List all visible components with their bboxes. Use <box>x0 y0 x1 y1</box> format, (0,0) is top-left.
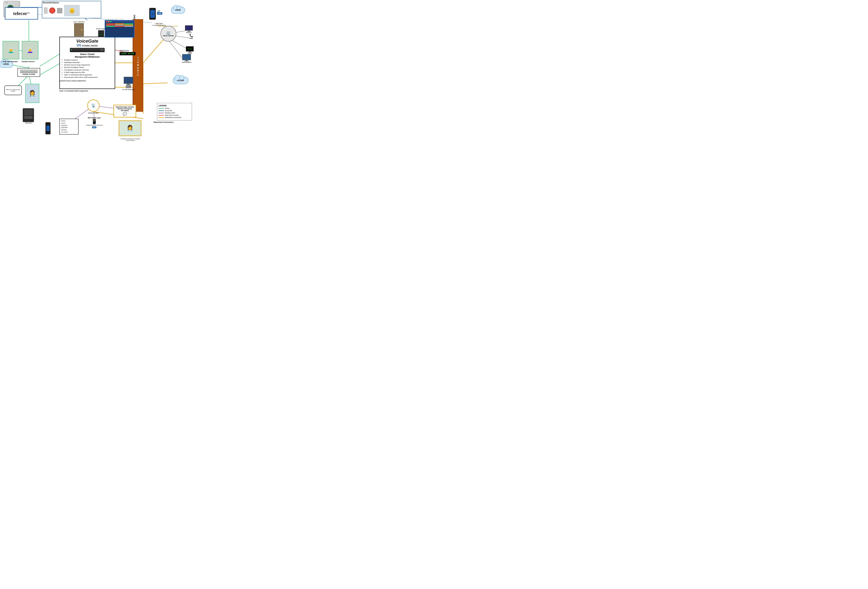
medication-image: 👨‍🦳 <box>3 41 19 59</box>
email-icon: @ <box>157 10 160 13</box>
rapid-icon: 💬 <box>115 112 135 116</box>
management-middleware-title: Management Middleware <box>61 56 113 58</box>
dmz-label: DMZ <box>133 15 136 20</box>
phone-system-label: PHONE SYSTEM <box>20 74 37 75</box>
telecor-tm: ™ <box>27 12 30 15</box>
head-office-label: HEAD OFFICE <box>163 35 174 37</box>
legend-networked-label: Networked Connections <box>165 117 182 118</box>
calls-label: Calls <box>189 37 193 39</box>
legend-title: LEGEND <box>159 105 190 106</box>
networked-connections-label: Networked Connections <box>154 121 173 123</box>
emergency-box: 👩‍💼 <box>119 120 141 136</box>
cloud-shape-top: PSTN <box>171 5 185 15</box>
telecor-logo-box: telecor™ <box>5 7 38 19</box>
administration-section: Administration <box>182 54 192 63</box>
nursecall-person-image: 👴 <box>64 5 80 16</box>
nursecall-label: NurseCall Alarms <box>42 1 101 4</box>
bullet-1: Resident Check-In <box>64 59 113 61</box>
wifi-mobile-label: WiFi Mobile Apps <box>86 117 103 119</box>
desk-phone-icon <box>23 108 34 122</box>
legend-wireless-line <box>159 113 164 113</box>
legend-box: LEGEND Phone NurseCall Wireless/ WIFI Da… <box>157 103 192 120</box>
cloud-right-label: CLOUD <box>177 80 184 81</box>
bullet-2: Medication Reminder <box>64 61 113 64</box>
legend-networked-line <box>159 117 164 118</box>
reports-label: Reports <box>185 32 193 34</box>
pstn-top-label: PSTN <box>176 9 180 11</box>
access-point-section: 📡 ACCESS POINT <box>87 99 99 114</box>
bullet-6: 5 Staff Assignments by Shift <box>64 71 113 74</box>
desk-set-section: Desk Set <box>23 108 34 124</box>
wall-boards-section: Wall Boards CODE BLUE <box>120 50 136 55</box>
resident-label: Resident Check-in <box>22 61 35 62</box>
bullet-7: Static or Scheduled Staff Assignments <box>64 74 113 76</box>
legend-nursecall-label: NurseCall <box>165 110 172 112</box>
alerts-code-blue: CODE BLUE <box>187 48 192 49</box>
nursecall-device-3 <box>57 8 62 13</box>
bullet-5: 5 Escalation Levels per Call Point <box>64 69 113 71</box>
calls-phone-icon: 📞 <box>189 34 193 37</box>
head-office-circle: 🏢 HEAD OFFICE <box>161 26 176 41</box>
bullet-3: Dynamic Drop & Drag Assignments <box>64 64 113 66</box>
bullet-8: Documented Audit Trail for Staff Improve… <box>64 76 113 78</box>
legend-phone-label: Phone <box>165 108 170 109</box>
diagram-container: CALL CANCEL ●●● telecor™ NurseCall Alarm… <box>0 0 210 141</box>
svg-line-4 <box>10 65 29 68</box>
nursecall-device-1 <box>44 7 47 13</box>
access-point-label: ACCESS POINT <box>87 112 99 114</box>
telecor-logo-text: telecor <box>13 11 27 16</box>
legend-data: Data Direct Contact <box>159 114 190 116</box>
bullet-4: Dynamic Escalation Timers <box>64 66 113 69</box>
pstn-cloud-top: PSTN <box>171 5 185 15</box>
active-alerts-screen <box>105 20 134 37</box>
door-lock-label: Door Lock/Open <box>73 21 85 23</box>
rapid-messager-box: Rapid Messinger Desktop Wireless Emergen… <box>114 105 136 117</box>
mobile-reports-label: • Mobile Reports and Alerts <box>86 124 103 126</box>
text-alerts-label: • Text Alerts <box>152 23 166 24</box>
head-office-content: 🏢 HEAD OFFICE <box>163 31 174 37</box>
emergency-person-image: 👩‍💼 <box>119 121 141 136</box>
dynamic-assignments-label: Dynamic Drop & Drag Assignments <box>59 80 86 82</box>
onsite-keyboard <box>126 86 131 88</box>
nursecall-button <box>49 7 55 13</box>
alerts-section: CODE BLUE Alerts <box>186 46 194 55</box>
administration-label: Administration <box>182 61 192 63</box>
on-site-reporting-section: On-Site Reporting <box>122 77 135 90</box>
rapid-messager-label: Rapid Messinger Desktop Wireless Emergen… <box>115 106 135 111</box>
alarm-event-title: Alarm / Event <box>61 53 113 56</box>
alerts-monitor: CODE BLUE <box>186 46 194 52</box>
onsite-base <box>126 85 131 85</box>
svg-line-30 <box>168 40 183 59</box>
code-blue-display: CODE BLUE <box>120 52 136 55</box>
admin-monitor <box>182 54 191 60</box>
legend-networked: Networked Connections <box>159 117 190 118</box>
mobile-brands-box: • Aastra • Ascom • Engenius • Spetralink… <box>59 119 78 134</box>
legend-nursecall: NurseCall <box>159 110 190 112</box>
active-alerts-label: Active Alerts / Alarm Screen <box>105 18 124 20</box>
desk-set-label: Desk Set <box>23 122 34 124</box>
alerts-header <box>105 21 134 23</box>
cloud-shape-right: CLOUD <box>173 75 189 86</box>
emergency-label: Emergency desktop to wireless communicat… <box>119 138 142 141</box>
resident-box: 👩‍🦳 <box>22 41 38 59</box>
legend-wireless: Wireless/ WIFI <box>159 112 190 114</box>
wall-boards-label: Wall Boards <box>120 50 136 52</box>
wifi-mobile-section: WiFi Mobile Apps 📱 • Mobile Reports and … <box>86 117 103 128</box>
pstn-left-label: PSTN <box>3 63 9 65</box>
svg-line-17 <box>143 83 168 84</box>
wifi-sms-badge: SMS <box>92 126 96 128</box>
nurse-image: 👩‍⚕️ <box>26 84 39 103</box>
cloud-right: CLOUD <box>173 75 189 86</box>
voicegate-ds-row: DS DYNAMIC SERVER <box>61 44 113 47</box>
resident-image: 👩‍🦳 <box>22 41 38 59</box>
legend-nursecall-line <box>159 111 164 111</box>
text-alerts-box: • Text Alerts • e-mail notifications <box>152 23 166 26</box>
voicegate-bullets-list: Resident Check-In Medication Reminder Dy… <box>61 59 113 79</box>
legend-phone: Phone <box>159 108 190 109</box>
static-assignments-label: Static or Scheduled Staff Assignments <box>59 90 88 92</box>
firewall-label: FIREWALL <box>137 56 139 75</box>
calls-section: 📞 Calls <box>189 34 193 39</box>
phone-system-box: PHONE SYSTEM <box>18 68 40 77</box>
server-rack-icon <box>70 48 105 52</box>
nursecall-box: NurseCall Alarms 👴 <box>42 1 101 18</box>
